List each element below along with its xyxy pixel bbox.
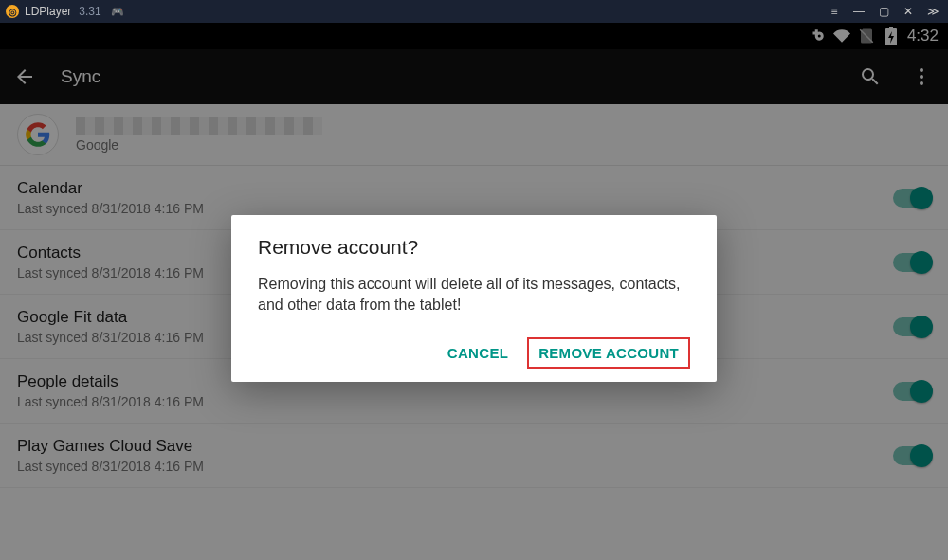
- emulator-titlebar: ◎ LDPlayer 3.31 🎮 ≡ — ▢ ✕ ≫: [0, 0, 948, 23]
- ldplayer-logo-icon: ◎: [6, 5, 19, 18]
- gamepad-icon: 🎮: [111, 6, 124, 18]
- expand-button[interactable]: ≫: [923, 5, 942, 18]
- cancel-button[interactable]: Cancel: [436, 337, 520, 369]
- menu-button[interactable]: ≡: [825, 5, 844, 18]
- close-button[interactable]: ✕: [899, 5, 918, 18]
- maximize-button[interactable]: ▢: [874, 5, 893, 18]
- minimize-button[interactable]: —: [849, 5, 868, 18]
- remove-account-dialog: Remove account? Removing this account wi…: [231, 215, 717, 382]
- remove-account-button[interactable]: Remove Account: [527, 337, 690, 369]
- dialog-title: Remove account?: [258, 236, 690, 259]
- dialog-body: Removing this account will delete all of…: [258, 274, 690, 316]
- emulator-version: 3.31: [79, 5, 100, 18]
- emulator-name: LDPlayer: [25, 5, 71, 18]
